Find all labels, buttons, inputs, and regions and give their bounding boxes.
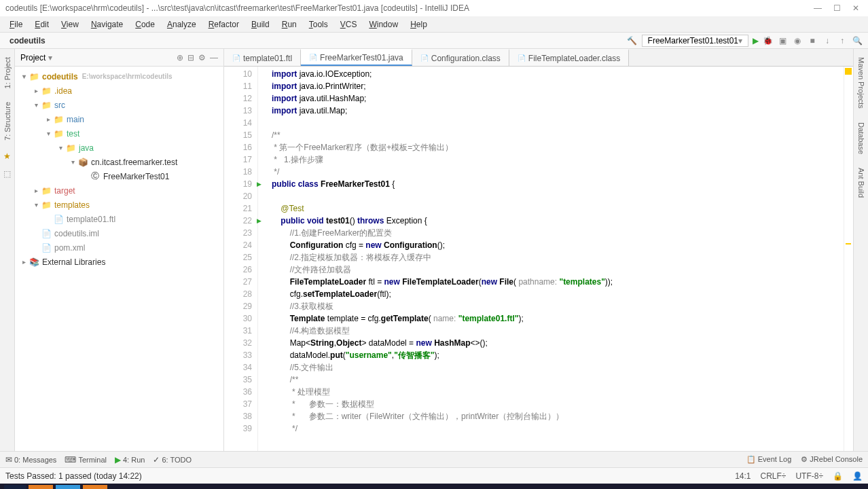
menu-window[interactable]: Window (363, 18, 403, 31)
close-button[interactable]: ✕ (849, 3, 863, 13)
editor-tab[interactable]: 📄FreeMarkerTest01.java (301, 49, 412, 66)
tree-node[interactable]: ▸📁target (15, 183, 223, 198)
bottom-tool-stripe: ✉ 0: Messages⌨ Terminal▶ 4: Run✓ 6: TODO… (0, 451, 868, 467)
tool-project-tab[interactable]: 1: Project (3, 54, 12, 91)
tree-node[interactable]: ▸📚External Libraries (15, 255, 223, 269)
tool-maven-tab[interactable]: Maven Projects (857, 54, 865, 111)
encoding[interactable]: UTF-8÷ (795, 471, 823, 481)
gutter[interactable]: 10111213141516171819▶202122▶232425262728… (224, 67, 258, 451)
tree-node[interactable]: ▾📁codeutilsE:\workspace\hrm\codeutils (15, 69, 223, 84)
menu-vcs[interactable]: VCS (335, 18, 363, 31)
window-title: codeutils [E:\workspace\hrm\codeutils] -… (5, 3, 469, 13)
search-icon[interactable]: 🔍 (852, 36, 863, 46)
status-message: Tests Passed: 1 passed (today 14:22) (5, 471, 142, 481)
breadcrumb[interactable]: codeutils (5, 35, 50, 47)
tree-node[interactable]: ▾📁templates (15, 198, 223, 212)
menu-view[interactable]: View (56, 18, 84, 31)
minimize-button[interactable]: — (811, 3, 825, 13)
debug-button[interactable]: 🐞 (763, 36, 773, 46)
run-config-selector[interactable]: FreeMarkerTest01.test01 ▾ (642, 35, 748, 47)
tree-node[interactable]: ▾📦cn.itcast.freemarker.test (15, 155, 223, 169)
tree-node[interactable]: ▸📁.idea (15, 84, 223, 98)
hector-icon[interactable]: 👤 (852, 471, 863, 481)
taskbar-app-2[interactable]: ◐ (56, 485, 80, 489)
bottom-tool-right[interactable]: 📋 Event Log (746, 455, 792, 464)
lock-icon[interactable]: 🔒 (833, 471, 843, 481)
menu-refactor[interactable]: Refactor (203, 18, 245, 31)
tree-node[interactable]: ▾📁java (15, 141, 223, 155)
menu-code[interactable]: Code (130, 18, 160, 31)
tree-node[interactable]: ⒸFreeMarkerTest01 (15, 169, 223, 183)
menubar: FileEditViewNavigateCodeAnalyzeRefactorB… (0, 16, 868, 33)
menu-run[interactable]: Run (276, 18, 302, 31)
bottom-tool[interactable]: ✉ 0: Messages (5, 455, 56, 465)
tool-structure-tab[interactable]: 7: Structure (3, 99, 12, 143)
warning-mark[interactable] (846, 243, 851, 244)
tree-node[interactable]: ▾📁test (15, 126, 223, 141)
build-icon[interactable]: ⬚ (3, 169, 11, 179)
hide-icon[interactable]: — (210, 53, 218, 62)
windows-taskbar: ⊞ ◧ ◐ ◨ ^⚡📶🔊英14:22 (0, 484, 868, 489)
bottom-tool[interactable]: ✓ 6: TODO (153, 455, 192, 465)
menu-analyze[interactable]: Analyze (162, 18, 202, 31)
profile-button[interactable]: ◉ (792, 36, 803, 46)
tree-node[interactable]: ▸📁main (15, 112, 223, 126)
run-config-label: FreeMarkerTest01.test01 (648, 36, 738, 46)
chevron-down-icon: ▾ (738, 36, 742, 46)
taskbar-intellij[interactable]: ◧ (29, 485, 53, 489)
left-tool-stripe: 1: Project 7: Structure ★ ⬚ (0, 49, 15, 451)
vcs-commit-icon[interactable]: ↑ (837, 36, 848, 46)
collapse-icon[interactable]: ⊟ (187, 53, 194, 62)
error-stripe[interactable] (844, 67, 853, 451)
project-header: Project ▾ ⊕ ⊟ ⚙ — (15, 49, 223, 67)
vcs-update-icon[interactable]: ↓ (822, 36, 833, 46)
editor-tab[interactable]: 📄template01.ftl (224, 49, 301, 66)
menu-build[interactable]: Build (246, 18, 275, 31)
tool-database-tab[interactable]: Database (857, 120, 865, 157)
editor-tab[interactable]: 📄Configuration.class (412, 49, 509, 66)
gear-icon[interactable]: ⚙ (198, 53, 206, 62)
bottom-tool[interactable]: ▶ 4: Run (115, 455, 145, 465)
taskbar-app-3[interactable]: ◨ (83, 485, 107, 489)
menu-tools[interactable]: Tools (304, 18, 333, 31)
right-tool-stripe: Maven Projects Database Ant Build (853, 49, 868, 451)
menu-help[interactable]: Help (405, 18, 433, 31)
menu-file[interactable]: File (4, 18, 28, 31)
project-tree[interactable]: ▾📁codeutilsE:\workspace\hrm\codeutils▸📁.… (15, 67, 223, 451)
navigation-bar: codeutils 🔨 FreeMarkerTest01.test01 ▾ ▶ … (0, 33, 868, 49)
editor-tabs: 📄template01.ftl📄FreeMarkerTest01.java📄Co… (224, 49, 853, 67)
tool-ant-tab[interactable]: Ant Build (857, 165, 865, 200)
maximize-button[interactable]: ☐ (830, 3, 844, 13)
tree-node[interactable]: 📄pom.xml (15, 240, 223, 255)
titlebar: codeutils [E:\workspace\hrm\codeutils] -… (0, 0, 868, 16)
start-button[interactable]: ⊞ (4, 485, 26, 489)
warning-indicator (845, 68, 852, 75)
menu-edit[interactable]: Edit (29, 18, 54, 31)
line-separator[interactable]: CRLF÷ (760, 471, 786, 481)
tree-node[interactable]: 📄template01.ftl (15, 212, 223, 226)
editor: 📄template01.ftl📄FreeMarkerTest01.java📄Co… (224, 49, 853, 451)
chevron-down-icon[interactable]: ▾ (48, 53, 52, 62)
run-button[interactable]: ▶ (753, 36, 759, 46)
editor-tab[interactable]: 📄FileTemplateLoader.class (509, 49, 629, 66)
stop-button[interactable]: ■ (807, 36, 818, 46)
menu-navigate[interactable]: Navigate (86, 18, 128, 31)
bottom-tool-right[interactable]: ⚙ JRebel Console (801, 455, 863, 464)
tree-node[interactable]: ▾📁src (15, 98, 223, 112)
tree-node[interactable]: 📄codeutils.iml (15, 226, 223, 240)
status-bar: Tests Passed: 1 passed (today 14:22) 14:… (0, 467, 868, 484)
project-header-label: Project (20, 53, 46, 62)
project-tool-window: Project ▾ ⊕ ⊟ ⚙ — ▾📁codeutilsE:\workspac… (15, 49, 224, 451)
favorites-icon[interactable]: ★ (3, 151, 11, 161)
code-content[interactable]: import java.io.IOException;import java.i… (258, 67, 844, 451)
coverage-button[interactable]: ▣ (777, 36, 788, 46)
scroll-from-source-icon[interactable]: ⊕ (177, 53, 183, 62)
bottom-tool[interactable]: ⌨ Terminal (65, 455, 107, 465)
hammer-icon[interactable]: 🔨 (627, 36, 638, 46)
cursor-position: 14:1 (735, 471, 751, 481)
